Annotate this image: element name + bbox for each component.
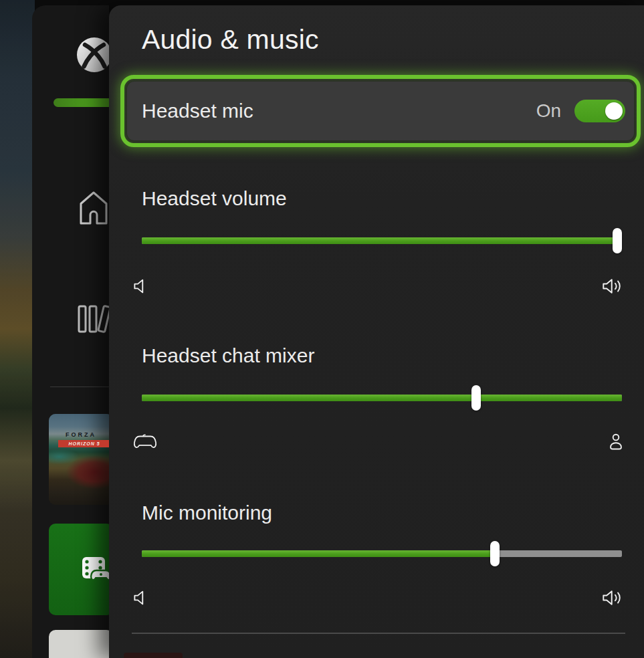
mic-monitoring-label: Mic monitoring: [142, 502, 272, 524]
headset-volume-slider[interactable]: [142, 237, 622, 244]
speaker-quiet-icon: [132, 588, 152, 608]
headset-volume-label: Headset volume: [142, 187, 287, 210]
tile-partial[interactable]: [49, 630, 109, 658]
headset-chat-mixer-thumb[interactable]: [471, 385, 481, 411]
tile-game-activity[interactable]: [49, 524, 109, 615]
mic-monitoring-slider[interactable]: [142, 550, 622, 557]
person-icon: [607, 431, 625, 453]
toggle-state-label: On: [536, 100, 561, 122]
panel-title: Audio & music: [142, 24, 319, 56]
xbox-logo-icon: [76, 37, 109, 73]
slider-fill: [142, 550, 497, 557]
headset-chat-mixer-label: Headset chat mixer: [142, 344, 314, 367]
speaker-quiet-icon: [132, 276, 152, 296]
toggle-knob: [605, 102, 623, 120]
active-tab-indicator: [53, 98, 109, 107]
sidebar-divider: [50, 387, 109, 387]
game-background: [0, 0, 35, 658]
filmstrip-controller-icon: [82, 556, 109, 586]
slider-fill: [142, 395, 622, 401]
slider-fill: [142, 237, 622, 244]
section-divider: [132, 633, 625, 634]
home-icon[interactable]: [78, 190, 109, 226]
headset-mic-row[interactable]: Headset mic On: [120, 75, 641, 147]
controller-icon: [132, 432, 158, 452]
headset-mic-toggle[interactable]: [574, 100, 625, 122]
tile-forza-horizon-5[interactable]: FORZA HORIZON 5: [49, 414, 109, 505]
headset-volume-thumb[interactable]: [613, 228, 622, 253]
mic-monitoring-thumb[interactable]: [490, 541, 500, 566]
headset-mic-label: Headset mic: [142, 100, 253, 122]
next-item-peek: [124, 653, 183, 658]
audio-music-panel: Audio & music Headset mic On Headset vol…: [109, 5, 644, 658]
speaker-loud-icon: [603, 276, 625, 297]
speaker-loud-icon: [603, 587, 625, 609]
headset-chat-mixer-slider[interactable]: [142, 395, 622, 401]
guide-sidebar: FORZA HORIZON 5: [32, 5, 109, 658]
forza-logo-text: FORZA: [49, 431, 109, 438]
library-icon[interactable]: [77, 304, 109, 334]
forza-horizon-strip: HORIZON 5: [58, 440, 109, 447]
headset-mic-row-inner: Headset mic On: [127, 82, 634, 140]
